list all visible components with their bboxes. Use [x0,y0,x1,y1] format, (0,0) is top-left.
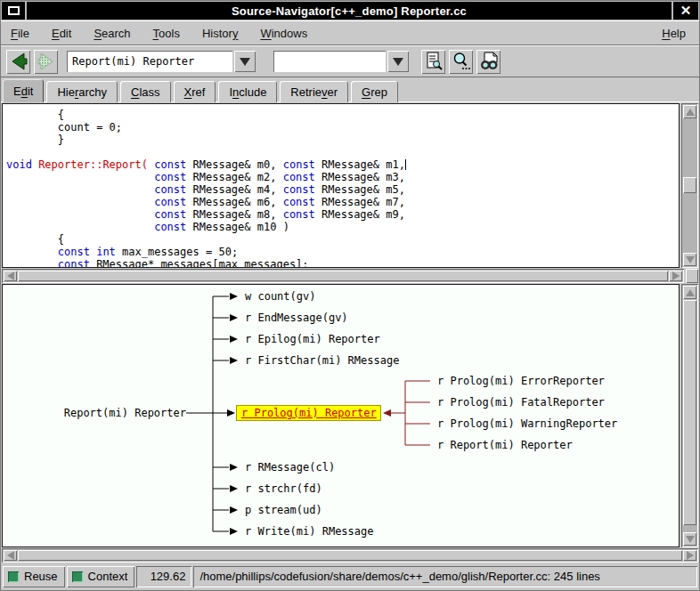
window-menu-button[interactable] [2,2,25,20]
symbol-combo-dropdown-button[interactable] [234,51,256,72]
xref-node[interactable]: r strchr(fd) [245,482,322,496]
xref-button[interactable] [476,50,501,74]
menu-tools[interactable]: Tools [152,24,181,43]
code-token: RMessage& m0, [186,158,282,171]
code-token: const [283,196,315,208]
forward-arrow-icon [37,52,56,71]
xref-node[interactable]: r Report(mi) Reporter [437,438,573,452]
pane-sash-grip[interactable] [686,269,698,283]
editor-row: { count = 0; }void Reporter::Report( con… [1,102,699,268]
code-token: RMessage& m6, [186,196,282,208]
xref-vertical-scrollbar[interactable] [681,284,698,547]
tab-grep[interactable]: Grep [351,81,398,102]
scroll-track[interactable] [683,299,696,532]
tab-edit[interactable]: Edit [3,79,44,102]
code-token: RMessage* messages[max_messages]; [90,258,309,268]
code-token: const [154,208,186,221]
close-icon: ✕ [680,3,692,19]
search-combo-input[interactable] [273,51,386,72]
arrow-left-icon [7,271,14,280]
menubar: FileEditSearchToolsHistoryWindowsHelp [1,20,699,45]
scroll-track[interactable] [17,271,669,281]
xref-horizontal-scrollbar[interactable] [2,548,698,563]
xref-node[interactable]: w count(gv) [245,289,315,304]
editor-vertical-scrollbar[interactable] [681,103,698,268]
search-button[interactable] [449,50,473,74]
code-token: RMessage& m10 ) [186,221,289,233]
context-toggle[interactable]: Context [67,566,135,587]
tab-class[interactable]: Class [120,81,171,102]
menu-windows[interactable]: Windows [259,24,308,43]
code-token: count = 0; [6,121,122,134]
file-info: /home/phillips/codefusion/share/demos/c+… [193,566,697,587]
xref-node[interactable]: r Prolog(mi) FatalReporter [437,395,605,409]
reuse-toggle[interactable]: Reuse [3,566,65,587]
editor-horizontal-scrollbar[interactable] [2,269,684,283]
scroll-up-button[interactable] [683,105,696,118]
context-check-icon [72,571,83,582]
menu-search[interactable]: Search [93,24,131,43]
tab-hierarchy[interactable]: Hierarchy [46,81,118,102]
search-magnifier-icon [452,52,471,71]
editor-hscroll-row [1,268,699,283]
code-token: const [154,196,186,208]
code-token: RMessage& m3, [315,171,405,183]
code-line: const int max_messages = 50; [6,246,679,258]
statusbar: Reuse Context 129.62 /home/phillips/code… [1,563,699,590]
menu-history[interactable]: History [201,24,239,43]
menu-edit[interactable]: Edit [51,24,72,43]
xref-node[interactable]: r RMessage(cl) [245,460,335,474]
tab-retriever[interactable]: Retriever [280,81,348,102]
scroll-down-button[interactable] [683,253,696,266]
scroll-left-button[interactable] [4,271,17,281]
back-button[interactable] [6,50,30,74]
xref-node[interactable]: p stream(ud) [245,503,322,517]
xref-binoculars-icon [479,52,499,71]
search-combo-dropdown-button[interactable] [387,51,409,72]
tab-include[interactable]: Include [218,81,277,102]
code-token: const [58,258,90,268]
menu-file[interactable]: File [10,24,30,43]
code-token: } [6,134,64,146]
code-token: int [96,246,116,258]
scroll-down-button[interactable] [683,532,696,546]
code-line: { [6,233,679,246]
symbol-combo-input[interactable] [67,51,232,72]
xref-node[interactable]: r Prolog(mi) WarningReporter [437,417,617,431]
tab-xref[interactable]: Xref [174,81,216,102]
xref-selected-node[interactable]: r Prolog(mi) Reporter [236,405,381,421]
arrow-right-icon [672,271,680,280]
xref-tree-canvas[interactable]: Report(mi) Reporterw count(gv)r EndMessa… [2,284,680,547]
scroll-thumb[interactable] [18,550,682,561]
code-editor[interactable]: { count = 0; }void Reporter::Report( con… [2,103,680,268]
scroll-track[interactable] [683,118,696,253]
scroll-thumb[interactable] [683,300,696,525]
editor-button[interactable] [421,50,445,74]
scroll-thumb[interactable] [683,177,696,193]
scroll-track[interactable] [17,550,683,561]
scroll-right-button[interactable] [683,550,696,561]
xref-node[interactable]: r EndMessage(gv) [245,311,348,325]
scroll-up-button[interactable] [683,286,696,299]
code-line: { [6,109,679,121]
code-token [6,258,58,268]
xref-node[interactable]: r Prolog(mi) ErrorReporter [437,374,605,388]
code-token: const [283,183,315,196]
xref-node[interactable]: r Write(mi) RMessage [245,524,374,538]
scroll-right-button[interactable] [669,271,682,281]
menu-help[interactable]: Help [661,24,687,43]
reuse-check-icon [8,571,19,582]
xref-node[interactable]: r FirstChar(mi) RMessage [245,353,399,368]
toolbar [1,45,699,77]
xref-node[interactable]: r Epilog(mi) Reporter [245,332,380,346]
arrow-up-icon [686,289,695,296]
code-token: const [154,158,186,171]
scroll-thumb[interactable] [18,271,668,281]
xref-root-node[interactable]: Report(mi) Reporter [58,406,186,420]
code-token [6,183,154,196]
forward-button[interactable] [34,50,58,74]
code-token [6,171,154,183]
close-button[interactable]: ✕ [673,2,698,20]
scroll-left-button[interactable] [4,550,17,561]
context-label: Context [88,570,128,583]
